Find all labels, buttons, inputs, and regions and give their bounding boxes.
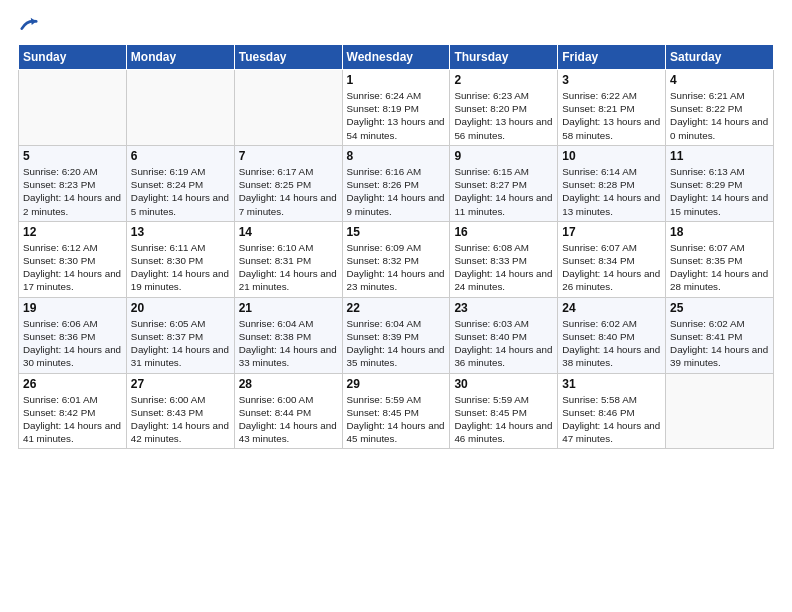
calendar-cell: 16Sunrise: 6:08 AMSunset: 8:33 PMDayligh… (450, 221, 558, 297)
calendar-cell: 4Sunrise: 6:21 AMSunset: 8:22 PMDaylight… (666, 70, 774, 146)
sunrise-text: Sunrise: 6:19 AM (131, 166, 206, 177)
daylight-text: Daylight: 14 hours and 42 minutes. (131, 420, 229, 444)
calendar-cell: 24Sunrise: 6:02 AMSunset: 8:40 PMDayligh… (558, 297, 666, 373)
day-number: 17 (562, 225, 661, 239)
sunset-text: Sunset: 8:41 PM (670, 331, 742, 342)
day-number: 18 (670, 225, 769, 239)
weekday-header-sunday: Sunday (19, 45, 127, 70)
daylight-text: Daylight: 14 hours and 2 minutes. (23, 192, 121, 216)
day-info: Sunrise: 6:12 AMSunset: 8:30 PMDaylight:… (23, 241, 122, 294)
day-info: Sunrise: 5:58 AMSunset: 8:46 PMDaylight:… (562, 393, 661, 446)
calendar-week-row: 12Sunrise: 6:12 AMSunset: 8:30 PMDayligh… (19, 221, 774, 297)
logo-icon (20, 16, 38, 34)
day-number: 26 (23, 377, 122, 391)
day-number: 9 (454, 149, 553, 163)
sunset-text: Sunset: 8:28 PM (562, 179, 634, 190)
sunrise-text: Sunrise: 6:04 AM (347, 318, 422, 329)
sunset-text: Sunset: 8:30 PM (131, 255, 203, 266)
weekday-header-row: SundayMondayTuesdayWednesdayThursdayFrid… (19, 45, 774, 70)
sunrise-text: Sunrise: 6:15 AM (454, 166, 529, 177)
weekday-header-monday: Monday (126, 45, 234, 70)
day-info: Sunrise: 6:24 AMSunset: 8:19 PMDaylight:… (347, 89, 446, 142)
daylight-text: Daylight: 14 hours and 15 minutes. (670, 192, 768, 216)
sunset-text: Sunset: 8:34 PM (562, 255, 634, 266)
calendar-week-row: 5Sunrise: 6:20 AMSunset: 8:23 PMDaylight… (19, 145, 774, 221)
day-info: Sunrise: 6:04 AMSunset: 8:39 PMDaylight:… (347, 317, 446, 370)
day-info: Sunrise: 6:00 AMSunset: 8:43 PMDaylight:… (131, 393, 230, 446)
sunrise-text: Sunrise: 6:12 AM (23, 242, 98, 253)
sunrise-text: Sunrise: 6:21 AM (670, 90, 745, 101)
day-info: Sunrise: 6:02 AMSunset: 8:40 PMDaylight:… (562, 317, 661, 370)
sunset-text: Sunset: 8:20 PM (454, 103, 526, 114)
sunset-text: Sunset: 8:25 PM (239, 179, 311, 190)
day-number: 31 (562, 377, 661, 391)
sunset-text: Sunset: 8:31 PM (239, 255, 311, 266)
sunset-text: Sunset: 8:42 PM (23, 407, 95, 418)
sunset-text: Sunset: 8:46 PM (562, 407, 634, 418)
sunset-text: Sunset: 8:43 PM (131, 407, 203, 418)
day-number: 11 (670, 149, 769, 163)
daylight-text: Daylight: 14 hours and 35 minutes. (347, 344, 445, 368)
sunset-text: Sunset: 8:19 PM (347, 103, 419, 114)
sunset-text: Sunset: 8:40 PM (562, 331, 634, 342)
daylight-text: Daylight: 14 hours and 19 minutes. (131, 268, 229, 292)
sunrise-text: Sunrise: 5:58 AM (562, 394, 637, 405)
day-info: Sunrise: 5:59 AMSunset: 8:45 PMDaylight:… (347, 393, 446, 446)
sunrise-text: Sunrise: 6:24 AM (347, 90, 422, 101)
calendar-cell: 17Sunrise: 6:07 AMSunset: 8:34 PMDayligh… (558, 221, 666, 297)
daylight-text: Daylight: 13 hours and 54 minutes. (347, 116, 445, 140)
calendar-cell: 28Sunrise: 6:00 AMSunset: 8:44 PMDayligh… (234, 373, 342, 449)
day-number: 24 (562, 301, 661, 315)
sunset-text: Sunset: 8:36 PM (23, 331, 95, 342)
calendar-cell: 25Sunrise: 6:02 AMSunset: 8:41 PMDayligh… (666, 297, 774, 373)
calendar-cell: 27Sunrise: 6:00 AMSunset: 8:43 PMDayligh… (126, 373, 234, 449)
day-number: 27 (131, 377, 230, 391)
calendar-cell: 22Sunrise: 6:04 AMSunset: 8:39 PMDayligh… (342, 297, 450, 373)
calendar-table: SundayMondayTuesdayWednesdayThursdayFrid… (18, 44, 774, 449)
day-number: 19 (23, 301, 122, 315)
day-number: 21 (239, 301, 338, 315)
day-number: 13 (131, 225, 230, 239)
day-info: Sunrise: 6:16 AMSunset: 8:26 PMDaylight:… (347, 165, 446, 218)
daylight-text: Daylight: 14 hours and 0 minutes. (670, 116, 768, 140)
daylight-text: Daylight: 13 hours and 56 minutes. (454, 116, 552, 140)
calendar-cell: 23Sunrise: 6:03 AMSunset: 8:40 PMDayligh… (450, 297, 558, 373)
daylight-text: Daylight: 14 hours and 24 minutes. (454, 268, 552, 292)
calendar-cell: 19Sunrise: 6:06 AMSunset: 8:36 PMDayligh… (19, 297, 127, 373)
day-info: Sunrise: 6:07 AMSunset: 8:34 PMDaylight:… (562, 241, 661, 294)
sunrise-text: Sunrise: 6:23 AM (454, 90, 529, 101)
day-number: 30 (454, 377, 553, 391)
sunrise-text: Sunrise: 6:07 AM (562, 242, 637, 253)
sunrise-text: Sunrise: 6:22 AM (562, 90, 637, 101)
day-number: 10 (562, 149, 661, 163)
sunset-text: Sunset: 8:30 PM (23, 255, 95, 266)
sunrise-text: Sunrise: 6:02 AM (562, 318, 637, 329)
sunrise-text: Sunrise: 6:16 AM (347, 166, 422, 177)
sunset-text: Sunset: 8:38 PM (239, 331, 311, 342)
day-number: 7 (239, 149, 338, 163)
day-info: Sunrise: 6:17 AMSunset: 8:25 PMDaylight:… (239, 165, 338, 218)
day-info: Sunrise: 6:21 AMSunset: 8:22 PMDaylight:… (670, 89, 769, 142)
day-number: 3 (562, 73, 661, 87)
sunset-text: Sunset: 8:23 PM (23, 179, 95, 190)
day-number: 15 (347, 225, 446, 239)
sunrise-text: Sunrise: 6:04 AM (239, 318, 314, 329)
sunset-text: Sunset: 8:22 PM (670, 103, 742, 114)
daylight-text: Daylight: 14 hours and 36 minutes. (454, 344, 552, 368)
sunrise-text: Sunrise: 6:05 AM (131, 318, 206, 329)
day-number: 6 (131, 149, 230, 163)
day-number: 5 (23, 149, 122, 163)
day-number: 25 (670, 301, 769, 315)
day-info: Sunrise: 6:20 AMSunset: 8:23 PMDaylight:… (23, 165, 122, 218)
day-info: Sunrise: 6:05 AMSunset: 8:37 PMDaylight:… (131, 317, 230, 370)
calendar-cell (666, 373, 774, 449)
day-number: 23 (454, 301, 553, 315)
day-info: Sunrise: 6:06 AMSunset: 8:36 PMDaylight:… (23, 317, 122, 370)
daylight-text: Daylight: 14 hours and 11 minutes. (454, 192, 552, 216)
calendar-cell: 5Sunrise: 6:20 AMSunset: 8:23 PMDaylight… (19, 145, 127, 221)
calendar-cell: 1Sunrise: 6:24 AMSunset: 8:19 PMDaylight… (342, 70, 450, 146)
day-number: 4 (670, 73, 769, 87)
sunset-text: Sunset: 8:24 PM (131, 179, 203, 190)
header (18, 18, 774, 34)
daylight-text: Daylight: 14 hours and 17 minutes. (23, 268, 121, 292)
